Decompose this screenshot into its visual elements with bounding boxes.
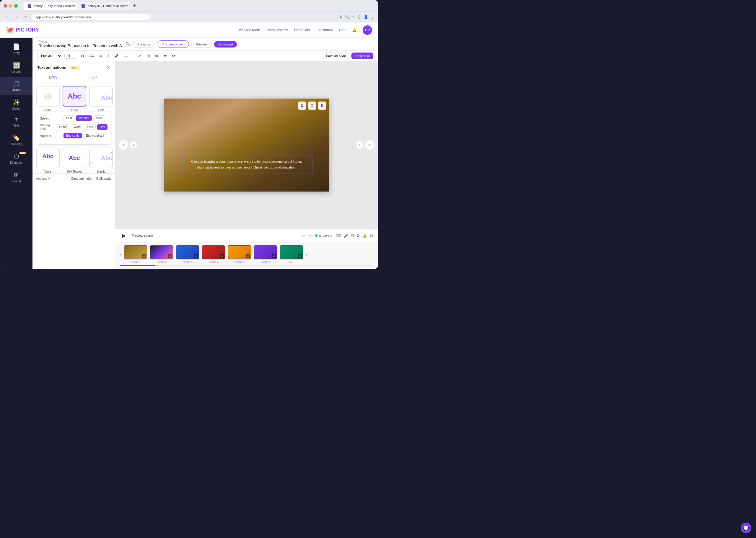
style-word[interactable]: Word	[71, 124, 83, 130]
sidebar-item-visuals[interactable]: 🖼️ Visuals	[0, 59, 32, 76]
apply-entry-only[interactable]: Entry only	[64, 133, 82, 138]
timeline-prev[interactable]: ‹	[120, 252, 121, 257]
browser-tab-1[interactable]: 🎬 Pictory - Easy Video Creation ✕	[24, 2, 77, 10]
manage-team-link[interactable]: Manage team	[238, 28, 260, 32]
help-link[interactable]: Help	[339, 28, 346, 32]
bold-button[interactable]: B	[80, 53, 86, 59]
close-window-button[interactable]	[4, 4, 7, 8]
timeline-scrollbar-thumb[interactable]	[120, 265, 155, 266]
close-panel-button[interactable]: ✕	[106, 65, 110, 70]
search-project-icon[interactable]: 🔍	[126, 42, 131, 47]
sidebar-item-format[interactable]: ⊞ Format	[0, 169, 32, 186]
previous-button[interactable]: Previous	[133, 41, 154, 48]
link-button[interactable]: ⊕	[153, 53, 160, 59]
maximize-window-button[interactable]	[14, 4, 18, 8]
layers-button[interactable]: ⊕ Layers	[315, 234, 332, 238]
copy-animation-button[interactable]: Copy animation	[71, 177, 93, 180]
scene-thumb-7[interactable]: ⊞	[280, 245, 303, 259]
scene-thumb-5[interactable]: ⊞	[228, 245, 251, 259]
scene-item-1[interactable]: ⊞ Scene 1	[124, 245, 147, 264]
animation-wipe[interactable]: Abc ↓ Wipe	[36, 147, 60, 173]
settings-icon[interactable]: ⚙	[356, 234, 360, 238]
get-started-link[interactable]: Get started	[316, 28, 333, 32]
scene-delete-icon[interactable]: 🗑	[370, 234, 373, 238]
timeline-next[interactable]: ›	[306, 252, 307, 257]
expand-button[interactable]: ⤢	[137, 53, 143, 59]
animation-elastic[interactable]: ↗ Abc ↙ Elastic	[89, 147, 113, 173]
back-button[interactable]: ‹	[4, 15, 11, 20]
fade-preview[interactable]: Abc	[63, 86, 86, 107]
animation-text-reveal[interactable]: Abc Text Reveal	[63, 147, 86, 173]
video-text-overlay[interactable]: Can you imagine a classroom where every …	[180, 155, 313, 174]
undo-button[interactable]: ↩	[302, 234, 305, 238]
scene-thumb-2[interactable]: ⊞	[150, 245, 173, 259]
refresh-button[interactable]: ↻	[23, 15, 29, 20]
scene-item-2[interactable]: ⊞ Scene 2	[150, 245, 173, 264]
none-preview[interactable]: ⊘	[36, 86, 60, 107]
voiceover-icon[interactable]: ⊡	[351, 234, 354, 238]
sidebar-item-text[interactable]: T Text	[0, 115, 32, 130]
tab-entry[interactable]: Entry	[32, 73, 74, 82]
next-scene-button[interactable]: ›	[365, 140, 375, 150]
scene-thumb-3[interactable]: ⊞	[176, 245, 199, 259]
sidebar-item-story[interactable]: 📄 Story	[0, 40, 32, 58]
mic-icon[interactable]: 🎤	[344, 234, 348, 238]
font-size-input[interactable]	[64, 53, 77, 59]
animation-fade[interactable]: Abc Fade	[63, 86, 86, 112]
delete-tool[interactable]: 🗑	[318, 101, 326, 110]
copy-tool[interactable]: ⧉	[298, 101, 306, 110]
highlight-button[interactable]: 🖊	[113, 53, 120, 59]
scene-item-6[interactable]: ⊞ Scene 6	[254, 245, 277, 264]
save-style-button[interactable]: Save as Style	[323, 53, 349, 59]
sidebar-item-branding[interactable]: 🏷️ Branding	[0, 131, 32, 149]
minimize-window-button[interactable]	[9, 4, 12, 8]
redo-button[interactable]: ↪	[308, 234, 312, 238]
speed-fast[interactable]: Fast	[64, 115, 75, 121]
animation-drift[interactable]: ← Abc Drift	[89, 86, 113, 112]
scene-item-3[interactable]: ⊞ Scene 3	[176, 245, 199, 264]
scene-item-7[interactable]: ⊞ Sc...	[280, 245, 303, 264]
font-select[interactable]: Plus Ja...	[37, 53, 62, 59]
new-tab-button[interactable]: +	[131, 2, 138, 10]
scene-item-4[interactable]: ⊞ Scene 4	[202, 245, 225, 264]
ag-button[interactable]: AG	[88, 53, 96, 58]
browser-tab-2[interactable]: 🎬 Pictory.AI - Home of AI Video... ✕	[77, 2, 131, 10]
bulk-apply-button[interactable]: Bulk apply	[96, 177, 111, 180]
brand-kits-link[interactable]: Brand kits	[294, 28, 310, 32]
speed-medium[interactable]: Medium	[76, 115, 92, 121]
prev-scene-button[interactable]: ‹	[119, 140, 128, 150]
download-button[interactable]: Download	[214, 41, 237, 47]
duplicate-tool[interactable]: ⊡	[308, 101, 316, 110]
address-input[interactable]	[32, 14, 150, 20]
user-avatar[interactable]: CP	[363, 26, 372, 35]
sidebar-item-styles[interactable]: ✨ Styles	[0, 96, 32, 113]
sidebar-item-audio[interactable]: 🎵 Audio	[0, 77, 32, 95]
style-box[interactable]: Box	[97, 124, 107, 130]
team-projects-link[interactable]: Team projects	[266, 28, 288, 32]
align-button[interactable]: ≡	[98, 53, 103, 59]
scene-thumb-6[interactable]: ⊞	[254, 245, 277, 259]
style-letter[interactable]: Letter	[57, 124, 70, 130]
strikethrough-button[interactable]: —	[122, 53, 129, 59]
keyboard-icon[interactable]: ⌨	[336, 234, 341, 238]
pen-button[interactable]: ✏	[162, 53, 168, 59]
wipe-preview[interactable]: Abc ↓	[36, 147, 60, 168]
notifications-icon[interactable]: 🔔	[352, 28, 357, 32]
tab-exit[interactable]: Exit	[74, 73, 115, 82]
share-project-button[interactable]: ↗ Share project	[157, 40, 189, 48]
add-scene-right-button[interactable]: +	[356, 141, 363, 148]
scene-thumb-4[interactable]: ⊞	[202, 245, 225, 259]
add-scene-left-button[interactable]: +	[130, 141, 137, 148]
apply-entry-exit[interactable]: Entry and exit	[83, 133, 107, 138]
apply-all-button[interactable]: Apply to all	[351, 53, 373, 59]
preview-button[interactable]: Preview	[191, 41, 212, 48]
lock-icon[interactable]: 🔒	[362, 234, 367, 238]
table-button[interactable]: ⊞	[145, 53, 151, 59]
elastic-preview[interactable]: ↗ Abc ↙	[89, 147, 113, 168]
scene-thumb-1[interactable]: ⊞	[124, 245, 147, 259]
magic-button[interactable]: ⟳	[171, 53, 177, 59]
text-reveal-preview[interactable]: Abc	[63, 147, 86, 168]
speed-slow[interactable]: Slow	[93, 115, 105, 121]
sidebar-item-elements[interactable]: NEW ⬡ Elements	[0, 150, 32, 167]
forward-button[interactable]: ›	[13, 15, 20, 20]
